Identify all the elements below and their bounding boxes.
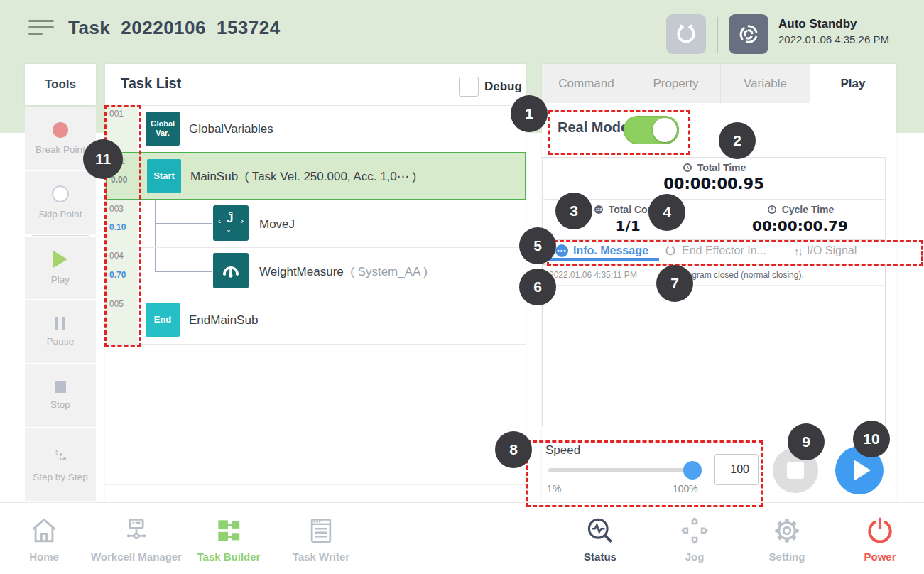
task-row-weightmeasure[interactable]: 004 0.70 WeightMeasure ( System_AA ) [105,247,526,296]
callout-4: 4 [648,194,685,231]
callout-11: 11 [83,139,123,179]
nav-task-writer[interactable]: Task Writer [278,515,364,563]
start-badge: Start [147,159,181,193]
step-by-step-button[interactable]: Step by Step [25,428,96,501]
home-icon [28,515,60,546]
annotation-rect-message-tabs [547,240,923,266]
callout-7: 7 [656,265,693,302]
tools-title: Tools [45,77,76,92]
task-name: MoveJ [259,217,295,232]
tab-command[interactable]: Command [542,64,631,103]
callout-6: 6 [519,269,556,305]
task-name: GlobalVariables [189,122,273,136]
header-divider [717,17,718,53]
nav-home[interactable]: Home [1,515,87,563]
callout-8: 8 [495,431,532,468]
task-detail: ( System_AA ) [350,265,428,278]
nav-power[interactable]: Power [837,515,923,563]
task-row-endmainsub[interactable]: 005 End EndMainSub [105,296,526,344]
play-icon [53,251,67,268]
row-divider [105,438,526,438]
log-row: 2022.01.06 4:35:11 PM [1.2] Program clos… [543,265,885,286]
play-tool-label: Play [51,274,70,285]
total-time-header: Total Time [542,162,886,173]
gripper-icon [674,22,698,46]
end-effector-button[interactable] [666,14,706,54]
annotation-rect-real-mode [548,110,690,155]
power-icon [864,515,896,546]
nav-setting[interactable]: Setting [744,515,830,563]
global-var-badge: GlobalVar. [146,112,180,146]
callout-5: 5 [519,227,556,264]
cycle-time-header: Cycle Time [714,204,886,215]
nav-jog[interactable]: Jog [652,515,737,563]
task-row-globalvariables[interactable]: 001 GlobalVar. GlobalVariables [105,105,526,152]
step-by-step-icon [51,447,70,465]
stop-tool-button[interactable]: Stop [25,364,96,427]
row-divider [105,344,526,345]
step-by-step-label: Step by Step [33,472,87,482]
row-divider [105,391,526,391]
task-builder-icon [213,515,244,546]
callout-9: 9 [788,423,825,460]
task-row-mainsub-selected[interactable]: 002 0.00 Start MainSub ( Task Vel. 250.0… [106,152,526,200]
robot-state-button[interactable] [729,14,768,54]
break-point-icon [53,122,68,138]
robot-state-time: 2022.01.06 4:35:26 PM [778,33,889,45]
page-title: Task_20220106_153724 [68,17,281,39]
task-row-movej[interactable]: 003 0.10 Ĵ ‹ › ˇ MoveJ [105,200,526,247]
stop-tool-label: Stop [50,399,70,410]
tab-play[interactable]: Play [810,64,896,103]
nav-task-builder[interactable]: Task Builder [186,515,271,563]
nav-status[interactable]: Status [558,515,643,563]
pause-label: Pause [47,336,74,347]
stop-icon [55,381,66,393]
annotation-rect-speed [526,440,763,507]
pause-icon [55,317,65,330]
skip-point-icon [52,185,69,202]
callout-2: 2 [719,122,756,159]
setting-icon [771,515,803,546]
log-time: 2022.01.06 4:35:11 PM [549,270,637,280]
cycle-time-value: 00:00:00.79 [714,217,886,234]
menu-button[interactable] [28,20,54,35]
tools-header: Tools [25,64,96,105]
task-writer-icon [305,515,337,546]
clock-icon [682,162,693,173]
clock-icon [766,204,778,215]
play-tool-button[interactable]: Play [25,237,96,299]
debug-checkbox[interactable] [459,77,479,97]
stop-icon [787,462,804,479]
task-detail: ( Task Vel. 250.000, Acc. 1,0⋯ ) [245,170,417,183]
weight-measure-icon [213,253,249,288]
callout-10: 10 [853,421,890,457]
jog-icon [679,515,710,546]
tab-variable[interactable]: Variable [721,64,810,103]
play-icon [854,460,871,481]
message-list[interactable]: 2022.01.06 4:35:11 PM [1.2] Program clos… [542,264,886,426]
teach-pendant-screen: Task_20220106_153724 Auto Standby 2022.0… [0,0,924,574]
task-name: EndMainSub [189,313,258,327]
debug-label: Debug [484,80,522,94]
task-name: MainSub ( Task Vel. 250.000, Acc. 1,0⋯ ) [190,169,416,184]
callout-3: 3 [555,193,592,229]
total-time-value: 00:00:00.95 [542,175,886,193]
svg-text:123: 123 [595,207,602,212]
break-point-label: Break Point [36,144,85,155]
end-badge: End [146,303,180,337]
movej-icon: Ĵ ‹ › ˇ [213,205,249,241]
status-icon [585,515,616,546]
swirl-icon [736,21,761,47]
tools-divider [32,235,89,236]
pause-button[interactable]: Pause [25,300,96,363]
skip-point-label: Skip Point [39,209,82,220]
task-list-title: Task List [121,75,181,92]
nav-workcell-manager[interactable]: Workcell Manager [94,515,179,563]
skip-point-button[interactable]: Skip Point [25,171,96,234]
row-divider [105,484,526,485]
task-name: WeightMeasure ( System_AA ) [259,265,428,279]
tab-property[interactable]: Property [631,64,721,103]
robot-state-label: Auto Standby [778,17,857,31]
workcell-manager-icon [121,515,152,546]
callout-1: 1 [511,95,548,132]
